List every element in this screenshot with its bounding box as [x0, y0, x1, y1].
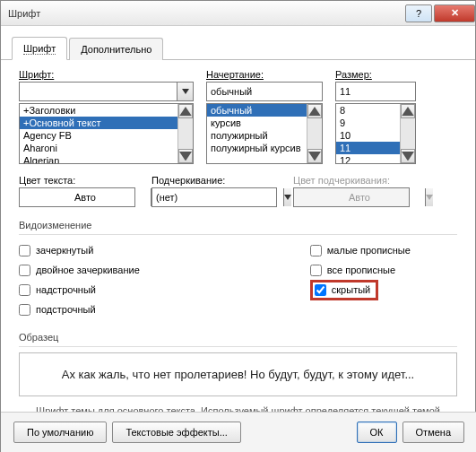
check-superscript[interactable]: надстрочный: [19, 280, 140, 300]
chevron-down-icon[interactable]: [177, 83, 193, 100]
color-value[interactable]: [20, 188, 151, 206]
style-label: Начертание:: [206, 69, 323, 80]
font-input[interactable]: [20, 83, 177, 100]
underline-color-value: [294, 188, 425, 206]
text-effects-button[interactable]: Текстовые эффекты...: [112, 422, 241, 443]
font-listbox[interactable]: +Заголовки +Основной текст Agency FB Aha…: [19, 103, 194, 164]
list-item[interactable]: полужирный курсив: [207, 142, 307, 154]
dialog-footer: По умолчанию Текстовые эффекты... ОК Отм…: [1, 412, 476, 452]
size-label: Размер:: [335, 69, 416, 80]
font-label: Шрифт:: [19, 69, 194, 80]
list-item[interactable]: обычный: [207, 104, 307, 117]
help-button[interactable]: ?: [405, 4, 432, 22]
scroll-up-icon[interactable]: [178, 104, 193, 118]
list-item[interactable]: 9: [336, 117, 400, 129]
close-icon: ✕: [451, 7, 459, 19]
tab-advanced-label: Дополнительно: [81, 44, 151, 55]
underline-color-combo: [293, 187, 410, 207]
list-item[interactable]: 10: [336, 129, 400, 142]
check-hidden-label: скрытый: [332, 284, 370, 295]
list-item[interactable]: 11: [336, 142, 400, 154]
scrollbar[interactable]: [307, 104, 322, 163]
list-item[interactable]: Algerian: [20, 154, 177, 163]
chevron-down-icon: [425, 188, 433, 206]
scroll-up-icon[interactable]: [307, 104, 322, 118]
close-button[interactable]: ✕: [434, 4, 475, 22]
underline-color-label: Цвет подчеркивания:: [293, 175, 410, 186]
size-input[interactable]: [336, 83, 467, 100]
scroll-down-icon[interactable]: [178, 149, 193, 163]
scroll-up-icon[interactable]: [401, 104, 415, 118]
check-smallcaps[interactable]: малые прописные: [310, 240, 411, 260]
font-combo[interactable]: [19, 82, 194, 101]
chevron-down-icon[interactable]: [283, 188, 291, 206]
underline-combo[interactable]: [151, 187, 277, 207]
check-double-strike[interactable]: двойное зачеркивание: [19, 260, 140, 280]
sample-label: Образец: [19, 332, 457, 343]
scrollbar[interactable]: [400, 104, 415, 163]
color-combo[interactable]: [19, 187, 135, 207]
sample-preview: Ах как жаль, что нет пролетариев! Но буд…: [19, 352, 457, 396]
size-listbox[interactable]: 8 9 10 11 12: [335, 103, 416, 164]
scroll-down-icon[interactable]: [401, 149, 415, 163]
list-item[interactable]: курсив: [207, 117, 307, 129]
help-icon: ?: [416, 8, 421, 19]
tab-content: Шрифт: +Заголовки +Основной текст Agency…: [1, 60, 475, 436]
check-strike[interactable]: зачеркнутый: [19, 240, 140, 260]
tab-font-label: Шрифт: [23, 43, 56, 55]
scrollbar[interactable]: [177, 104, 193, 163]
effects-label: Видоизменение: [19, 220, 457, 230]
check-hidden[interactable]: [315, 284, 326, 296]
cancel-button[interactable]: Отмена: [402, 422, 464, 443]
window-title: Шрифт: [8, 8, 403, 19]
list-item[interactable]: 8: [336, 104, 400, 117]
size-combo[interactable]: [335, 82, 416, 101]
hidden-highlight: скрытый: [310, 280, 378, 300]
list-item[interactable]: полужирный: [207, 129, 307, 142]
style-combo[interactable]: [206, 82, 323, 101]
underline-value[interactable]: [152, 188, 283, 206]
style-input[interactable]: [207, 83, 338, 100]
check-allcaps[interactable]: все прописные: [310, 260, 411, 280]
tab-bar: Шрифт Дополнительно: [1, 31, 475, 60]
check-subscript[interactable]: подстрочный: [19, 300, 140, 319]
tab-advanced[interactable]: Дополнительно: [69, 38, 163, 60]
font-dialog: Шрифт ? ✕ Шрифт Дополнительно Шрифт: +За…: [0, 0, 476, 452]
default-button[interactable]: По умолчанию: [13, 422, 107, 443]
underline-label: Подчеркивание:: [151, 175, 277, 186]
scroll-down-icon[interactable]: [307, 149, 322, 163]
color-label: Цвет текста:: [19, 175, 135, 186]
list-item[interactable]: 12: [336, 154, 400, 163]
tab-font[interactable]: Шрифт: [12, 37, 67, 60]
list-item[interactable]: +Основной текст: [20, 117, 177, 129]
style-listbox[interactable]: обычный курсив полужирный полужирный кур…: [206, 103, 323, 164]
ok-button[interactable]: ОК: [357, 422, 397, 443]
list-item[interactable]: Aharoni: [20, 142, 177, 154]
titlebar[interactable]: Шрифт ? ✕: [1, 1, 475, 26]
list-item[interactable]: +Заголовки: [20, 104, 177, 117]
list-item[interactable]: Agency FB: [20, 129, 177, 142]
